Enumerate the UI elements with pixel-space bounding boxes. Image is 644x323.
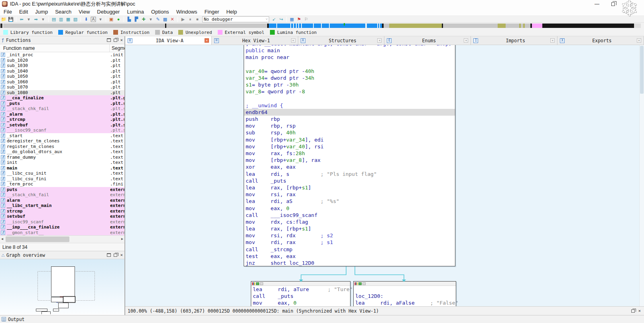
function-row[interactable]: fregister_tm_clones.text (0, 144, 124, 150)
function-row[interactable]: f_strcmp.plt.s (0, 117, 124, 122)
node-edit-icon[interactable] (358, 282, 362, 285)
scroll-right-icon[interactable]: ▸ (121, 236, 123, 241)
tab-close-icon[interactable]: ✕ (464, 38, 468, 43)
column-function-name[interactable]: Function name (3, 45, 35, 51)
tab-imports[interactable]: IImports✕ (471, 36, 557, 45)
rename-icon[interactable]: ▩ (162, 16, 168, 22)
menu-item-help[interactable]: Help (223, 8, 240, 16)
navband-segment[interactable] (276, 24, 277, 28)
function-row[interactable]: f__cxa_finalize.plt.g (0, 95, 124, 101)
forward-icon[interactable]: ➡ (33, 16, 39, 22)
add-func-tail-icon[interactable]: ✚ (140, 16, 147, 22)
function-row[interactable]: fsub_1040.plt (0, 69, 124, 74)
function-row[interactable]: f__gmon_start__extern (0, 230, 124, 236)
tab-close-icon[interactable]: ✕ (550, 38, 555, 43)
disasm-line[interactable]: var_40= qword ptr -40h (244, 68, 455, 75)
tab-structures[interactable]: AStructures✕ (298, 36, 385, 45)
function-row[interactable]: f__stack_chk_fail.plt.se (0, 106, 124, 112)
minimize-button[interactable]: — (589, 0, 605, 8)
disasm-line[interactable]: xor eax, eax (244, 163, 455, 170)
function-row[interactable]: f_setvbuf.plt.s (0, 122, 124, 128)
function-row[interactable]: f__stack_chk_failextern (0, 192, 124, 198)
menu-item-edit[interactable]: Edit (16, 8, 32, 16)
restore-button[interactable] (605, 0, 621, 8)
ida-graph-view[interactable]: ; int __cdecl main(int argc, const char … (125, 45, 644, 306)
navband-segment[interactable] (525, 24, 530, 28)
graph-overview-canvas[interactable] (0, 259, 124, 314)
disasm-line[interactable]: main proc near (244, 54, 455, 61)
navband-segment[interactable] (384, 24, 389, 28)
open-file-icon[interactable]: 📁 (0, 16, 7, 22)
disasm-line[interactable]: lea rdi, s ; "Pls input flag" (244, 171, 455, 177)
tab-ida-view-a[interactable]: VIDA View-A✕ (125, 36, 212, 45)
navband-segment[interactable] (365, 24, 367, 28)
navband-segment[interactable] (313, 24, 314, 28)
forward-dropdown-icon[interactable]: ▾ (40, 16, 46, 22)
tab-hex-view-1[interactable]: HHex View-1✕ (212, 36, 298, 45)
disasm-line[interactable]: lea rdi, aFalse ; "False" (354, 299, 456, 306)
save-icon[interactable]: 💾 (8, 16, 14, 22)
menu-item-options[interactable]: Options (148, 8, 173, 16)
ascii-dropdown-icon[interactable]: ▾ (97, 16, 104, 22)
column-divider[interactable] (109, 44, 110, 52)
disasm-line[interactable]: var_8= qword ptr -8 (244, 88, 455, 95)
function-row[interactable]: fsub_1030.plt (0, 63, 124, 69)
disasm-line[interactable]: loc_12D0: (354, 293, 456, 299)
debug-stop-icon[interactable]: ⏹ (194, 16, 201, 22)
edit-function-icon[interactable]: ▛ (133, 16, 140, 22)
graph-node-false[interactable]: loc_12D0:lea rdi, aFalse ; "False" (353, 281, 456, 306)
disasm-line[interactable]: call ___isoc99_scanf (244, 212, 455, 219)
panel-close-icon[interactable]: × (638, 309, 641, 313)
function-row[interactable]: falarmextern (0, 198, 124, 203)
menu-item-lumina[interactable]: Lumina (123, 8, 148, 16)
breakpoint-del-icon[interactable]: ⚐ (303, 16, 309, 22)
disasm-line[interactable]: mov rbp, rsp (244, 122, 455, 129)
tab-exports[interactable]: XExports✕ (557, 36, 644, 45)
disasm-line[interactable]: lea rdi, aTure ; "Ture" (251, 286, 350, 293)
back-dropdown-icon[interactable]: ▾ (26, 16, 32, 22)
navband-segment[interactable] (389, 24, 442, 28)
disasm-line[interactable]: push rbp (244, 116, 455, 122)
menu-item-view[interactable]: View (75, 8, 93, 16)
navband-segment[interactable] (3, 24, 165, 28)
function-row[interactable]: f_puts.plt.s (0, 101, 124, 106)
jump-xref-icon[interactable]: ▧ (72, 16, 79, 22)
vscroll-thumb[interactable] (640, 46, 644, 94)
functions-column-header[interactable]: Function name Segme (0, 44, 124, 52)
tab-close-icon[interactable]: ✕ (291, 38, 295, 43)
panel-float-icon[interactable] (631, 309, 635, 313)
graph-node-true[interactable]: lea rdi, aTure ; "Ture"call _putsmov eax… (251, 281, 351, 306)
attach-cursor-icon[interactable]: ➹ (271, 16, 277, 22)
jump-function-icon[interactable]: ▦ (65, 16, 71, 22)
debugger-select[interactable]: No debugger˅ (202, 16, 269, 22)
navband-segment[interactable] (166, 24, 267, 28)
functions-hscrollbar[interactable]: ◂ ▸ (0, 235, 124, 243)
disasm-line[interactable] (354, 286, 456, 293)
navband-segment[interactable] (290, 24, 291, 28)
disasm-line[interactable] (244, 95, 455, 102)
node-group-icon[interactable] (362, 282, 366, 285)
panel-float-icon[interactable] (114, 254, 117, 257)
navband-segment[interactable] (498, 24, 506, 28)
disasm-line[interactable]: call _puts (244, 177, 455, 184)
function-row[interactable]: fderegister_tm_clones.text (0, 138, 124, 144)
panel-maximize-icon[interactable] (107, 38, 111, 42)
function-row[interactable]: f__do_global_dtors_aux.text (0, 149, 124, 155)
jump-name-icon[interactable]: ▤ (51, 16, 57, 22)
graph-overview-titlebar[interactable]: ⛬ Graph overview × (0, 251, 124, 259)
tab-close-icon[interactable]: ✕ (377, 38, 382, 43)
disasm-line[interactable]: mov [rbp+var_8], rax (244, 157, 455, 163)
graph-node-main[interactable]: ; int __cdecl main(int argc, const char … (244, 45, 455, 266)
disasm-line[interactable]: lea rdi, aS ; "%s" (244, 198, 455, 205)
function-row[interactable]: f__libc_csu_init.text (0, 171, 124, 176)
panel-close-icon[interactable]: × (120, 253, 123, 257)
back-icon[interactable]: ⬅ (18, 16, 25, 22)
function-row[interactable]: fsub_1060.plt (0, 79, 124, 85)
node-group-icon[interactable] (260, 282, 263, 285)
disasm-line[interactable]: sub rsp, 40h (244, 129, 455, 136)
navband-track[interactable] (3, 24, 641, 28)
function-row[interactable]: f___isoc99_scanf.plt.se (0, 128, 124, 133)
undefine-icon[interactable]: ✕ (169, 16, 175, 22)
disasm-line[interactable]: call _puts (251, 293, 350, 299)
navband-segment[interactable] (321, 24, 322, 28)
